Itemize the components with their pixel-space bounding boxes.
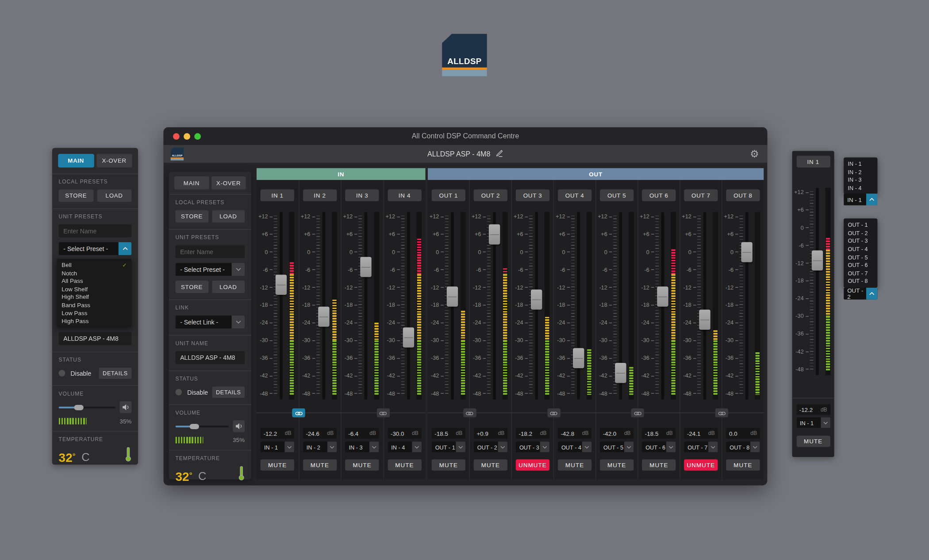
channel-button[interactable]: IN 3: [345, 190, 379, 202]
local-load-button[interactable]: LOAD: [212, 210, 245, 222]
preset-name-input[interactable]: [59, 225, 132, 237]
out-route-option[interactable]: OUT - 8: [844, 277, 877, 285]
link-channels-button[interactable]: [631, 408, 644, 417]
channel-button[interactable]: OUT 7: [684, 190, 718, 202]
out-route-option[interactable]: OUT - 4: [844, 245, 877, 253]
chevron-down-icon[interactable]: [232, 316, 245, 328]
mute-button[interactable]: MUTE: [726, 459, 760, 470]
out-route-option[interactable]: OUT - 3: [844, 237, 877, 245]
channel-button[interactable]: OUT 4: [558, 190, 591, 202]
fader-track[interactable]: [703, 212, 706, 400]
preset-option[interactable]: All Pass: [57, 277, 132, 285]
chevron-down-icon[interactable]: [412, 442, 421, 452]
preset-option[interactable]: Low Shelf: [57, 285, 132, 293]
out-route-option[interactable]: OUT - 5: [844, 253, 877, 261]
tab-main[interactable]: MAIN: [174, 176, 209, 189]
gain-value[interactable]: -24.6dB: [303, 428, 337, 438]
channel-button[interactable]: OUT 6: [642, 190, 676, 202]
channel-button[interactable]: OUT 5: [600, 190, 633, 202]
chevron-down-icon[interactable]: [708, 442, 718, 452]
volume-slider[interactable]: [175, 423, 229, 429]
preset-select[interactable]: - Select Preset -: [175, 263, 245, 276]
gain-value[interactable]: -6.4dB: [345, 428, 379, 438]
out-route-option[interactable]: OUT - 1: [844, 221, 877, 229]
route-select[interactable]: IN - 1: [796, 417, 830, 428]
route-select[interactable]: OUT - 2: [474, 442, 507, 452]
speaker-icon[interactable]: [120, 401, 132, 413]
in-route-option[interactable]: IN - 3: [844, 176, 877, 184]
chevron-down-icon[interactable]: [327, 442, 337, 452]
route-select[interactable]: IN - 2: [303, 442, 337, 452]
channel-button[interactable]: IN 4: [388, 190, 421, 202]
link-channels-button[interactable]: [715, 408, 728, 417]
in-route-option[interactable]: IN - 1: [844, 160, 877, 168]
route-select[interactable]: OUT - 4: [558, 442, 591, 452]
preset-option[interactable]: Low Pass: [57, 309, 132, 317]
channel-button[interactable]: IN 1: [261, 190, 294, 202]
preset-option[interactable]: Notch: [57, 269, 132, 277]
chevron-down-icon[interactable]: [540, 442, 549, 452]
preset-name-input[interactable]: [175, 245, 245, 258]
fader-handle[interactable]: [573, 348, 584, 369]
speaker-icon[interactable]: [233, 420, 245, 432]
fader-track[interactable]: [322, 212, 325, 400]
gain-value[interactable]: -12.2dB: [796, 404, 830, 415]
gain-value[interactable]: -30.0dB: [388, 428, 421, 438]
route-select[interactable]: OUT - 7: [684, 442, 718, 452]
mute-button[interactable]: MUTE: [796, 436, 830, 447]
gain-value[interactable]: 0.0dB: [726, 428, 760, 438]
fader-track[interactable]: [816, 188, 819, 376]
gain-value[interactable]: -42.8dB: [558, 428, 591, 438]
channel-button[interactable]: OUT 1: [432, 190, 465, 202]
channel-button[interactable]: OUT 2: [474, 190, 507, 202]
unmute-button[interactable]: UNMUTE: [516, 459, 549, 470]
preset-option[interactable]: Band Pass: [57, 301, 132, 309]
link-channels-button[interactable]: [376, 408, 389, 417]
unit-name-input[interactable]: [59, 332, 132, 345]
tab-xover[interactable]: X-OVER: [211, 176, 246, 189]
fader-handle[interactable]: [657, 286, 668, 307]
route-select[interactable]: IN - 3: [345, 442, 379, 452]
mute-button[interactable]: MUTE: [600, 459, 633, 470]
chevron-down-icon[interactable]: [821, 417, 830, 428]
channel-button[interactable]: IN 2: [303, 190, 337, 202]
volume-handle[interactable]: [74, 404, 83, 410]
channel-button[interactable]: OUT 3: [516, 190, 549, 202]
details-button[interactable]: DETAILS: [212, 387, 245, 398]
fader-handle[interactable]: [699, 310, 710, 330]
volume-slider[interactable]: [59, 404, 116, 410]
mute-button[interactable]: MUTE: [261, 459, 294, 470]
fader-track[interactable]: [407, 212, 410, 400]
in-route-select[interactable]: IN - 1: [844, 194, 877, 206]
chevron-up-icon[interactable]: [866, 194, 877, 206]
chevron-down-icon[interactable]: [232, 263, 245, 276]
gain-value[interactable]: -18.2dB: [516, 428, 549, 438]
fader-handle[interactable]: [318, 307, 329, 327]
in-route-option[interactable]: IN - 4: [844, 184, 877, 192]
chevron-down-icon[interactable]: [285, 442, 294, 452]
fader-handle[interactable]: [741, 242, 752, 262]
mute-button[interactable]: MUTE: [345, 459, 379, 470]
preset-select[interactable]: - Select Preset -: [59, 242, 132, 255]
fader-handle[interactable]: [276, 274, 287, 295]
fader-track[interactable]: [365, 212, 368, 400]
gear-icon[interactable]: ⚙: [750, 145, 759, 163]
out-route-option[interactable]: OUT - 7: [844, 269, 877, 277]
chevron-up-icon[interactable]: [119, 242, 131, 255]
local-load-button[interactable]: LOAD: [97, 190, 131, 202]
mute-button[interactable]: MUTE: [642, 459, 676, 470]
fader-handle[interactable]: [447, 286, 458, 307]
chevron-up-icon[interactable]: [866, 288, 877, 300]
route-select[interactable]: OUT - 8: [726, 442, 760, 452]
route-select[interactable]: OUT - 6: [642, 442, 676, 452]
chevron-down-icon[interactable]: [624, 442, 633, 452]
mute-button[interactable]: MUTE: [388, 459, 421, 470]
fader-handle[interactable]: [361, 257, 372, 277]
fader-track[interactable]: [745, 212, 749, 400]
route-select[interactable]: OUT - 3: [516, 442, 549, 452]
unmute-button[interactable]: UNMUTE: [684, 459, 718, 470]
mute-button[interactable]: MUTE: [303, 459, 337, 470]
route-select[interactable]: IN - 4: [388, 442, 421, 452]
unit-name-input[interactable]: [175, 351, 245, 364]
gain-value[interactable]: -12.2dB: [261, 428, 294, 438]
